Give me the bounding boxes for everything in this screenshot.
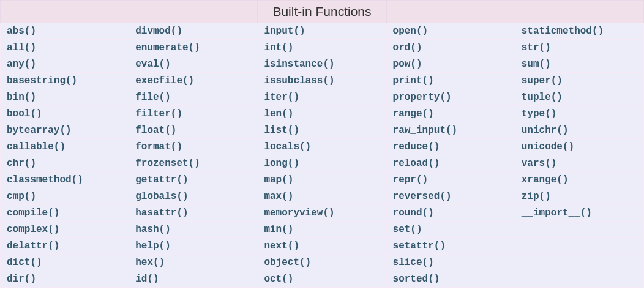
table-cell: bool() — [1, 106, 129, 122]
function-link[interactable]: min() — [264, 224, 293, 235]
table-cell: locals() — [258, 139, 386, 155]
function-link[interactable]: reload() — [393, 158, 440, 169]
table-cell: ord() — [386, 40, 515, 56]
function-link[interactable]: bool() — [7, 108, 42, 119]
function-link[interactable]: xrange() — [522, 174, 569, 185]
function-link[interactable]: complex() — [7, 224, 59, 235]
function-link[interactable]: list() — [264, 125, 299, 136]
function-link[interactable]: divmod() — [135, 26, 182, 37]
function-link[interactable]: all() — [7, 42, 36, 53]
function-link[interactable]: eval() — [135, 59, 171, 70]
table-cell: format() — [129, 139, 258, 155]
function-link[interactable]: dir() — [7, 274, 36, 285]
function-link[interactable]: input() — [264, 26, 305, 37]
function-link[interactable]: sum() — [522, 59, 551, 70]
function-link[interactable]: type() — [522, 108, 557, 119]
table-cell: isinstance() — [258, 56, 386, 73]
table-row: bytearray()float()list()raw_input()unich… — [1, 122, 644, 139]
function-link[interactable]: reduce() — [393, 141, 440, 152]
function-link[interactable]: frozenset() — [135, 158, 200, 169]
table-cell: filter() — [129, 106, 258, 122]
table-cell — [515, 238, 643, 255]
function-link[interactable]: globals() — [135, 191, 188, 202]
function-link[interactable]: getattr() — [135, 174, 188, 185]
function-link[interactable]: next() — [264, 241, 299, 252]
header-cell — [386, 1, 515, 23]
function-link[interactable]: compile() — [7, 207, 59, 218]
table-row: dir()id()oct()sorted() — [1, 271, 644, 288]
function-link[interactable]: staticmethod() — [522, 26, 604, 37]
function-link[interactable]: repr() — [393, 174, 429, 185]
function-link[interactable]: hash() — [135, 224, 171, 235]
function-link[interactable]: reversed() — [393, 191, 452, 202]
function-link[interactable]: int() — [264, 42, 293, 53]
table-cell: bytearray() — [1, 122, 129, 139]
function-link[interactable]: file() — [135, 92, 171, 103]
function-link[interactable]: max() — [264, 191, 293, 202]
function-link[interactable]: issubclass() — [264, 75, 334, 86]
function-link[interactable]: ord() — [393, 42, 422, 53]
table-cell: divmod() — [129, 23, 258, 40]
table-cell — [515, 222, 643, 238]
function-link[interactable]: filter() — [135, 108, 182, 119]
function-link[interactable]: tuple() — [522, 92, 563, 103]
function-link[interactable]: super() — [522, 75, 563, 86]
function-link[interactable]: bin() — [7, 92, 36, 103]
function-link[interactable]: oct() — [264, 274, 293, 285]
table-cell: str() — [515, 40, 643, 56]
function-link[interactable]: zip() — [522, 191, 551, 202]
function-link[interactable]: any() — [7, 59, 36, 70]
function-link[interactable]: map() — [264, 174, 293, 185]
function-link[interactable]: float() — [135, 125, 176, 136]
function-link[interactable]: object() — [264, 257, 311, 268]
table-cell: len() — [258, 106, 386, 122]
function-link[interactable]: sorted() — [393, 274, 440, 285]
function-link[interactable]: slice() — [393, 257, 434, 268]
function-link[interactable]: enumerate() — [135, 42, 200, 53]
function-link[interactable]: hasattr() — [135, 207, 188, 218]
function-link[interactable]: format() — [135, 141, 182, 152]
function-link[interactable]: long() — [264, 158, 299, 169]
function-link[interactable]: __import__() — [522, 207, 592, 218]
function-link[interactable]: locals() — [264, 141, 311, 152]
function-link[interactable]: iter() — [264, 92, 299, 103]
function-link[interactable]: str() — [522, 42, 551, 53]
function-link[interactable]: print() — [393, 75, 434, 86]
table-cell: compile() — [1, 205, 129, 222]
function-link[interactable]: hex() — [135, 257, 165, 268]
function-link[interactable]: dict() — [7, 257, 42, 268]
function-link[interactable]: memoryview() — [264, 207, 334, 218]
function-link[interactable]: execfile() — [135, 75, 194, 86]
function-link[interactable]: classmethod() — [7, 174, 83, 185]
function-link[interactable]: cmp() — [7, 191, 36, 202]
function-link[interactable]: basestring() — [7, 75, 77, 86]
table-cell: unichr() — [515, 122, 643, 139]
table-cell: reversed() — [386, 188, 515, 205]
function-link[interactable]: isinstance() — [264, 59, 334, 70]
function-link[interactable]: id() — [135, 274, 159, 285]
function-link[interactable]: range() — [393, 108, 434, 119]
function-link[interactable]: property() — [393, 92, 452, 103]
function-link[interactable]: round() — [393, 207, 434, 218]
table-cell: basestring() — [1, 73, 129, 89]
function-link[interactable]: delattr() — [7, 241, 59, 252]
function-link[interactable]: open() — [393, 26, 429, 37]
table-cell: eval() — [129, 56, 258, 73]
function-link[interactable]: abs() — [7, 26, 36, 37]
function-link[interactable]: pow() — [393, 59, 422, 70]
function-link[interactable]: vars() — [522, 158, 557, 169]
function-link[interactable]: set() — [393, 224, 422, 235]
function-link[interactable]: callable() — [7, 141, 66, 152]
function-link[interactable]: unicode() — [522, 141, 574, 152]
function-link[interactable]: setattr() — [393, 241, 446, 252]
function-link[interactable]: chr() — [7, 158, 36, 169]
function-link[interactable]: help() — [135, 241, 171, 252]
function-link[interactable]: bytearray() — [7, 125, 72, 136]
table-cell: hasattr() — [129, 205, 258, 222]
table-cell: vars() — [515, 155, 643, 172]
function-link[interactable]: len() — [264, 108, 293, 119]
function-link[interactable]: raw_input() — [393, 125, 458, 136]
table-row: classmethod()getattr()map()repr()xrange(… — [1, 172, 644, 188]
table-row: abs()divmod()input()open()staticmethod() — [1, 23, 644, 40]
function-link[interactable]: unichr() — [522, 125, 569, 136]
